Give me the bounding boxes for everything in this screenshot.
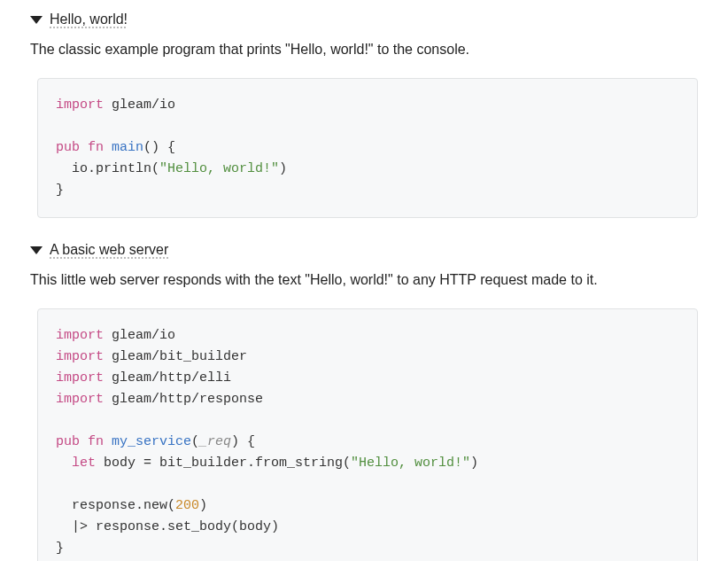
disclosure-down-icon (30, 246, 43, 254)
summary-title: A basic web server (50, 239, 168, 261)
section-hello-world: Hello, world! The classic example progra… (30, 9, 698, 218)
summary-web-server[interactable]: A basic web server (30, 239, 698, 261)
disclosure-down-icon (30, 16, 43, 24)
code-block-web-server: import gleam/io import gleam/bit_builder… (37, 308, 698, 561)
summary-title: Hello, world! (50, 9, 128, 30)
summary-hello-world[interactable]: Hello, world! (30, 9, 698, 30)
code-block-hello-world: import gleam/io pub fn main() { io.print… (37, 78, 698, 218)
description-text: This little web server responds with the… (30, 269, 698, 291)
section-web-server: A basic web server This little web serve… (30, 239, 698, 561)
description-text: The classic example program that prints … (30, 39, 698, 60)
